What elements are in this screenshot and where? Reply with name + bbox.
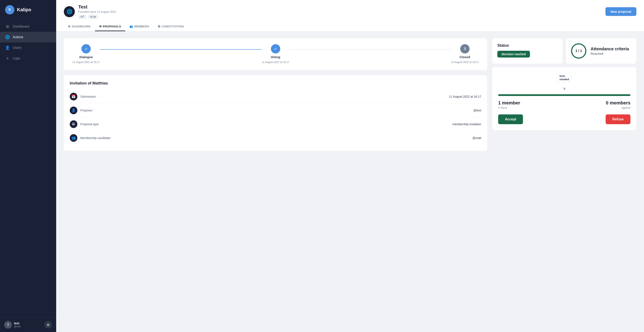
steps: ✓ Dialogue 11 August 2022 at 16:17 ✓ Vot… xyxy=(72,44,479,64)
left-panel: ✓ Dialogue 11 August 2022 at 16:17 ✓ Vot… xyxy=(64,38,487,325)
tab-proposals-label: PROPOSALS xyxy=(103,25,121,28)
favor-count: 1 member xyxy=(498,100,520,106)
proposal-card: Invitation of Matthias 📅 Submission: 11 … xyxy=(64,75,487,151)
sidebar-nav: ⊞ Dashboard 🌐 Autons 👤 Users ≡ Logs xyxy=(0,20,56,317)
tab-constitution[interactable]: 🏛 CONSTITUTION xyxy=(154,22,188,31)
table-row: 👤 Proposer: @test xyxy=(70,104,481,117)
step-closed-circle: 3 xyxy=(460,44,470,54)
logs-icon: ≡ xyxy=(5,56,10,61)
users-icon: 👤 xyxy=(5,45,10,50)
tab-constitution-label: CONSTITUTION xyxy=(162,25,184,28)
dashboard-icon: ⊞ xyxy=(5,24,10,29)
settings-button[interactable]: ⚙ xyxy=(44,321,52,328)
logo-icon: K xyxy=(5,5,14,15)
new-proposal-button[interactable]: New proposal xyxy=(606,7,636,16)
proposer-label: Proposer: xyxy=(80,109,473,112)
header-top: 🌐 Test Founded since 11 August 2022 #IT … xyxy=(64,4,636,22)
status-card: Status decision reached xyxy=(492,38,562,64)
progress-bar xyxy=(498,94,630,96)
tab-proposals-icon: ✉ xyxy=(99,25,102,28)
content-area: ✓ Dialogue 11 August 2022 at 16:17 ✓ Vot… xyxy=(56,31,644,332)
user-details: test @test xyxy=(14,321,21,328)
tab-dashboard-icon: ⊞ xyxy=(68,25,70,28)
org-icon: 🌐 xyxy=(64,6,75,17)
proposer-value: @test xyxy=(473,109,481,112)
user-name: test xyxy=(14,321,21,325)
attendance-circle: 1 / 1 xyxy=(571,43,586,59)
sidebar-item-autons[interactable]: 🌐 Autons xyxy=(0,32,56,43)
submission-value: 11 August 2022 at 16:17 xyxy=(449,95,481,98)
tab-proposals[interactable]: ✉ PROPOSALS xyxy=(95,22,126,31)
table-row: 👥 Membership candidate: @matt xyxy=(70,131,481,145)
sidebar-item-dashboard[interactable]: ⊞ Dashboard xyxy=(0,21,56,32)
step-dialogue-label: Dialogue xyxy=(79,55,93,59)
sidebar-item-label-users: Users xyxy=(13,46,22,50)
sidebar: K Kalipo ⊞ Dashboard 🌐 Autons 👤 Users ≡ … xyxy=(0,0,56,332)
table-row: 📅 Submission: 11 August 2022 at 16:17 xyxy=(70,90,481,104)
user-handle: @test xyxy=(14,325,21,328)
tab-dashboard-label: DASHBOARD xyxy=(72,25,91,28)
tabs: ⊞ DASHBOARD ✉ PROPOSALS 👥 MEMBERS 🏛 CONS… xyxy=(64,22,636,31)
sidebar-item-logs[interactable]: ≡ Logs xyxy=(0,53,56,64)
against-label: against xyxy=(606,106,630,109)
step-dialogue: ✓ Dialogue 11 August 2022 at 16:17 xyxy=(72,44,100,64)
step-connector-1 xyxy=(100,49,262,50)
proposal-type-icon: 🏛 xyxy=(70,120,77,128)
sidebar-item-users[interactable]: 👤 Users xyxy=(0,43,56,53)
submission-icon: 📅 xyxy=(70,93,77,100)
tab-members-icon: 👥 xyxy=(130,25,133,28)
voting-card: 51% needed ∨ 1 member in favor xyxy=(492,67,636,130)
attendance-title: Attendance criteria xyxy=(590,47,629,51)
action-buttons: Accept Refuse xyxy=(498,114,630,124)
step-dialogue-date: 11 August 2022 at 16:17 xyxy=(72,61,100,64)
against-count: 0 members xyxy=(606,100,630,106)
status-attendance-row: Status decision reached 1 / 1 Attendance… xyxy=(492,38,636,64)
tag-lisk: #Lisk xyxy=(88,15,98,19)
right-panel: Status decision reached 1 / 1 Attendance… xyxy=(492,38,636,325)
tab-constitution-icon: 🏛 xyxy=(158,25,161,28)
org-details: Test Founded since 11 August 2022 #IT #L… xyxy=(78,4,116,19)
membership-candidate-icon: 👥 xyxy=(70,134,77,142)
step-closed-date: 14 August 2022 at 16:17 xyxy=(451,61,479,64)
submission-label: Submission: xyxy=(80,95,449,98)
avatar: T xyxy=(4,321,12,328)
vote-counts: 1 member in favor 0 members against xyxy=(498,100,630,109)
proposal-title: Invitation of Matthias xyxy=(70,81,481,86)
step-voting-circle: ✓ xyxy=(271,44,280,54)
step-connector-2 xyxy=(289,49,451,50)
vote-against: 0 members against xyxy=(606,100,630,109)
step-closed: 3 Closed 14 August 2022 at 16:17 xyxy=(451,44,479,64)
autons-icon: 🌐 xyxy=(5,35,10,40)
accept-button[interactable]: Accept xyxy=(498,114,523,124)
needed-badge: 51% needed xyxy=(557,73,572,82)
logo: K Kalipo xyxy=(0,0,56,20)
membership-candidate-label: Membership candidate: xyxy=(80,136,472,140)
sidebar-item-label-autons: Autons xyxy=(13,35,23,39)
main-content: 🌐 Test Founded since 11 August 2022 #IT … xyxy=(56,0,644,332)
header: 🌐 Test Founded since 11 August 2022 #IT … xyxy=(56,0,644,31)
tab-members[interactable]: 👥 MEMBERS xyxy=(125,22,153,31)
step-closed-label: Closed xyxy=(460,55,470,59)
chevron-down-icon: ∨ xyxy=(563,86,566,91)
sidebar-item-label-dashboard: Dashboard xyxy=(13,25,29,29)
membership-candidate-value: @matt xyxy=(472,136,481,140)
org-founded: Founded since 11 August 2022 xyxy=(78,10,116,13)
attendance-sub: Reached xyxy=(590,52,629,55)
logo-text: Kalipo xyxy=(17,7,31,13)
attendance-info: Attendance criteria Reached xyxy=(590,47,629,55)
progress-bar-fill xyxy=(498,94,630,96)
proposal-type-value: membership invitation xyxy=(452,122,481,126)
user-info: T test @test xyxy=(4,321,21,328)
refuse-button[interactable]: Refuse xyxy=(606,114,630,124)
org-name: Test xyxy=(78,4,116,10)
sidebar-footer: T test @test ⚙ xyxy=(0,317,56,332)
table-row: 🏛 Proposal type: membership invitation xyxy=(70,117,481,131)
step-voting-label: Voting xyxy=(271,55,280,59)
org-info: 🌐 Test Founded since 11 August 2022 #IT … xyxy=(64,4,116,19)
favor-label: in favor xyxy=(498,106,520,109)
status-title: Status xyxy=(497,43,558,48)
step-dialogue-circle: ✓ xyxy=(82,44,91,54)
tab-dashboard[interactable]: ⊞ DASHBOARD xyxy=(64,22,95,31)
tag-it: #IT xyxy=(78,15,86,19)
status-badge: decision reached xyxy=(497,51,530,58)
